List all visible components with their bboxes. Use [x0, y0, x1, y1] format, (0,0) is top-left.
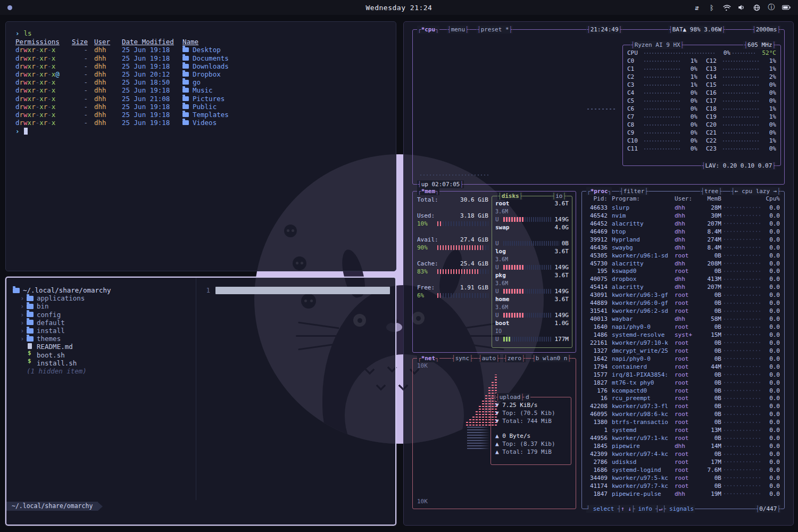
net-box-title[interactable]: *net — [417, 354, 439, 362]
globe-icon[interactable] — [752, 3, 761, 12]
proc-row[interactable]: 2786 udisksd root 17M 0.0 — [586, 458, 780, 466]
bluetooth-icon[interactable]: ᛒ — [708, 3, 716, 12]
proc-header-mem[interactable]: MemB — [700, 195, 721, 203]
proc-row[interactable]: 1827 mt76-tx phy0 root 0B 0.0 — [586, 379, 780, 387]
proc-tree-toggle[interactable]: tree — [700, 187, 722, 195]
update-icon[interactable]: ⇵ — [693, 3, 701, 12]
proc-program: kworker/u97:1-kc — [612, 434, 672, 442]
proc-header-program[interactable]: Program: — [612, 195, 672, 203]
disks-title[interactable]: disks — [497, 192, 523, 200]
proc-row[interactable]: 1642 napi/phy0-0 root 0B 0.0 — [586, 355, 780, 363]
proc-pid: 16 — [586, 394, 608, 402]
proc-row[interactable]: 45730 alacritty dhh 208M 0.0 — [586, 260, 780, 268]
proc-cpu: 0.0 — [763, 387, 780, 395]
net-zero-toggle[interactable]: zero — [503, 354, 526, 362]
proc-row[interactable]: 46542 nvim dhh 30M 0.0 — [586, 212, 780, 220]
prompt-line-2[interactable]: › — [15, 127, 386, 135]
tree-item[interactable]: › boot.sh — [13, 351, 196, 359]
mem-box-title[interactable]: *mem — [417, 187, 439, 195]
proc-row[interactable]: 46436 swaybg dhh 8.4M 0.0 — [586, 244, 780, 252]
proc-row[interactable]: 43091 kworker/u96:3-gf root 0B 0.0 — [586, 291, 780, 299]
proc-mem: 413M — [700, 275, 721, 283]
select-action[interactable]: select — [592, 505, 616, 513]
proc-row[interactable]: 1847 pipewire-pulse dhh 19M 0.0 — [586, 490, 780, 498]
proc-row[interactable]: 1 systemd root 13M 0.0 — [586, 426, 780, 434]
proc-row[interactable]: 44956 kworker/u97:1-kc root 0B 0.0 — [586, 434, 780, 442]
battery-tag: BAT▲ 98% 3.06W — [668, 26, 726, 34]
editor-window[interactable]: ~/.local/share/omarchy › applications › … — [5, 277, 396, 526]
proc-row[interactable]: 45414 alacritty dhh 207M 0.0 — [586, 283, 780, 291]
proc-row[interactable]: 195 kswapd0 root 0B 0.0 — [586, 268, 780, 276]
wifi-icon[interactable] — [722, 3, 731, 12]
proc-row[interactable]: 46633 slurp dhh 28M 0.0 — [586, 204, 780, 212]
tree-item[interactable]: › applications — [13, 294, 196, 302]
proc-row[interactable]: 39912 Hyprland dhh 274M 0.0 — [586, 236, 780, 244]
tree-item[interactable]: › (1 hidden item) — [13, 367, 196, 375]
proc-header-user[interactable]: User: — [675, 195, 698, 203]
proc-mem: 0B — [700, 394, 721, 402]
proc-row[interactable]: 1327 dmcrypt_write/25 root 0B 0.0 — [586, 347, 780, 355]
tree-item[interactable]: › install — [13, 327, 196, 335]
proc-header-pid[interactable]: Pid: — [586, 195, 608, 203]
proc-pid: 31541 — [586, 307, 608, 315]
tree-item[interactable]: › README.md — [13, 343, 196, 351]
info-action[interactable]: info — [637, 505, 654, 513]
preview-pane[interactable]: 1 — [196, 278, 395, 500]
mem-stat-pct: 83% — [417, 268, 435, 276]
proc-row[interactable]: 1640 napi/phy0-0 root 0B 0.0 — [586, 323, 780, 331]
terminal-window-ls[interactable]: ›ls PermissionsSizeUserDate ModifiedName… — [5, 21, 396, 271]
cpu-box-title[interactable]: *cpu — [417, 26, 439, 34]
preset-button[interactable]: preset * — [477, 26, 513, 34]
proc-row[interactable]: 42208 kworker/u97:3-fl root 0B 0.0 — [586, 402, 780, 410]
proc-user: root — [675, 458, 698, 466]
net-interface-selector[interactable]: b wlan0 n — [531, 354, 571, 362]
proc-row[interactable]: 42309 kworker/u97:4-kc root 0B 0.0 — [586, 450, 780, 458]
info-icon[interactable]: ⓘ — [767, 3, 776, 12]
proc-row[interactable]: 31541 kworker/u96:2-sd root 0B 0.0 — [586, 307, 780, 315]
core-row: C4 0% — [627, 89, 697, 97]
proc-user: dhh — [675, 442, 698, 450]
proc-row[interactable]: 46452 alacritty dhh 207M 0.0 — [586, 220, 780, 228]
tree-item[interactable]: › install.sh — [13, 359, 196, 367]
btop-window[interactable]: *cpu menu preset * 21:24:49 BAT▲ 98% 3.0… — [403, 21, 794, 526]
proc-sort-selector[interactable]: ← cpu lazy → — [730, 187, 781, 195]
item-icon — [27, 320, 34, 325]
tree-item[interactable]: › config — [13, 311, 196, 319]
proc-row[interactable]: 1686 systemd-logind root 7.6M 0.0 — [586, 466, 780, 474]
proc-row[interactable]: 45305 kworker/u96:1-sd root 0B 0.0 — [586, 252, 780, 260]
core-label: C6 — [627, 105, 642, 113]
tree-root[interactable]: ~/.local/share/omarchy — [13, 286, 196, 294]
proc-row[interactable]: 46469 btop dhh 8.4M 0.0 — [586, 228, 780, 236]
proc-box-title[interactable]: *proc — [586, 187, 612, 195]
tree-item[interactable]: › default — [13, 319, 196, 327]
tree-item[interactable]: › bin — [13, 302, 196, 310]
header-user: User — [94, 38, 119, 46]
proc-row[interactable]: 1380 btrfs-transactio root 0B 0.0 — [586, 418, 780, 426]
proc-pid: 1845 — [586, 442, 608, 450]
proc-row[interactable]: 44889 kworker/u96:0-gf root 0B 0.0 — [586, 299, 780, 307]
update-interval[interactable]: 2000ms — [752, 26, 781, 34]
net-sync-toggle[interactable]: sync — [451, 354, 473, 362]
proc-header-cpu[interactable]: Cpu% — [763, 195, 780, 203]
proc-row[interactable]: 1794 containerd root 44M 0.0 — [586, 363, 780, 371]
proc-row[interactable]: 41174 kworker/u97:7-kc root 0B 0.0 — [586, 482, 780, 490]
proc-row[interactable]: 34409 kworker/u97:5-kc root 0B 0.0 — [586, 474, 780, 482]
net-auto-toggle[interactable]: auto — [478, 354, 500, 362]
menu-button[interactable]: menu — [447, 26, 469, 34]
tree-item[interactable]: › themes — [13, 335, 196, 343]
signals-action[interactable]: signals — [668, 505, 695, 513]
battery-icon[interactable] — [782, 3, 791, 12]
proc-row[interactable]: 176 kcompactd0 root 0B 0.0 — [586, 387, 780, 395]
proc-row[interactable]: 46095 kworker/u98:6-kc root 0B 0.0 — [586, 410, 780, 418]
net-graph-secondary — [467, 427, 489, 449]
proc-row[interactable]: 1845 pipewire dhh 14M 0.0 — [586, 442, 780, 450]
proc-row[interactable]: 40075 dropbox dhh 413M 0.0 — [586, 275, 780, 283]
proc-row[interactable]: 1486 systemd-resolve syst+ 15M 0.0 — [586, 331, 780, 339]
proc-row[interactable]: 16 rcu_preempt root 0B 0.0 — [586, 395, 780, 403]
volume-icon[interactable] — [737, 3, 746, 12]
proc-row[interactable]: 40013 waybar dhh 58M 0.0 — [586, 315, 780, 323]
proc-filter-button[interactable]: filter — [619, 187, 649, 195]
proc-row[interactable]: 22161 kworker/u97:10-k root 0B 0.0 — [586, 339, 780, 347]
io-toggle[interactable]: io — [552, 192, 567, 200]
proc-row[interactable]: 1577 irq/81-PIXA3854: root 0B 0.0 — [586, 371, 780, 379]
